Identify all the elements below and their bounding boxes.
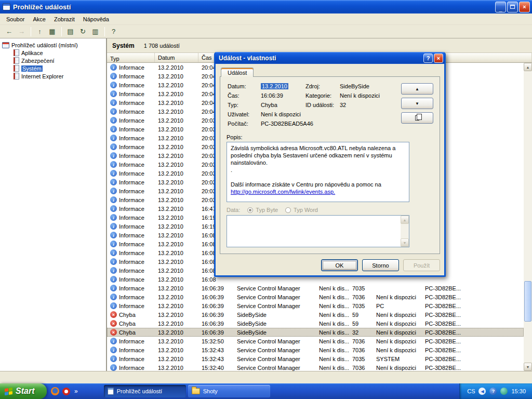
events-help-link[interactable]: http://go.microsoft.com/fwlink/events.as… [231, 189, 335, 195]
event-type: Informace [119, 162, 144, 168]
help-icon[interactable]: ? [108, 26, 119, 37]
word-radio-icon [285, 207, 291, 213]
tree-item-aplikace[interactable]: Aplikace [12, 49, 105, 57]
tray-help-icon[interactable]: ? [489, 388, 497, 395]
description-text: Závislá symbolická adresa Microsoft.vc80… [231, 144, 405, 166]
event-computer: PC-3D82BE... [422, 312, 524, 318]
event-user: Není k dispozici [373, 294, 422, 300]
up-level-icon[interactable]: ↑ [34, 26, 46, 37]
cancel-button[interactable]: Storno [362, 259, 399, 271]
computer-value: PC-3D82BEAD5A46 [261, 121, 313, 127]
maximize-button[interactable] [507, 2, 518, 12]
tree-item-internet-explorer[interactable]: Internet Explorer [12, 72, 105, 80]
event-date: 13.2.2010 [155, 232, 198, 238]
info-icon: i [110, 179, 117, 185]
scroll-down-icon[interactable]: ▼ [524, 363, 532, 371]
event-type: Informace [119, 206, 144, 212]
type-cell: iInformace [107, 214, 155, 221]
event-row[interactable]: iInformace13.2.201015:32:40Service Contr… [107, 363, 524, 371]
event-type: Informace [119, 153, 144, 159]
event-row[interactable]: iInformace13.2.201016:06:39Service Contr… [107, 292, 524, 301]
event-computer: PC-3D82BE... [422, 347, 524, 353]
info-icon: i [110, 267, 117, 274]
event-type: Informace [119, 294, 144, 300]
event-id: 7036 [349, 338, 373, 344]
event-date: 13.2.2010 [155, 109, 198, 115]
event-type: Informace [119, 197, 144, 203]
scrollbar-thumb[interactable] [524, 281, 531, 322]
properties-icon[interactable]: ▤ [64, 26, 76, 37]
export-list-icon[interactable]: ▥ [89, 26, 101, 37]
minimize-button[interactable]: _ [495, 2, 506, 12]
event-computer: PC-3D82BE... [422, 285, 524, 291]
system-tray: CS ◀ ? 15:30 [459, 383, 532, 399]
language-indicator[interactable]: CS [467, 388, 475, 394]
refresh-icon[interactable]: ↻ [77, 26, 89, 37]
window-titlebar: Prohlížeč událostí _ × [0, 0, 532, 14]
firefox-icon[interactable] [51, 387, 59, 395]
column-header-typ[interactable]: Typ [107, 53, 155, 62]
event-row[interactable]: iInformace13.2.201016:06:39Service Contr… [107, 284, 524, 292]
hide-icons-chevron[interactable]: ◀ [478, 388, 486, 395]
menu-zobrazit[interactable]: Zobrazit [50, 15, 79, 24]
forward-icon[interactable]: → [16, 26, 28, 37]
event-row[interactable]: iInformace13.2.201015:32:50Service Contr… [107, 337, 524, 345]
menu-napoveda[interactable]: Nápověda [79, 15, 113, 24]
tree-root[interactable]: Prohlížeč událostí (místní) [1, 42, 105, 49]
event-row[interactable]: ×Chyba13.2.201016:06:39SideBySideNení k … [107, 328, 524, 337]
tree-item-label: Aplikace [21, 50, 43, 56]
tree-item-system[interactable]: Systém [12, 64, 105, 72]
dialog-help-button[interactable]: ? [423, 54, 433, 63]
data-box[interactable]: ▲ ▼ [227, 215, 409, 247]
info-icon: i [110, 276, 117, 283]
dialog-title: Událost - vlastnosti [219, 55, 422, 62]
clock: 15:30 [511, 388, 526, 394]
apply-button[interactable]: Použít [403, 259, 440, 271]
event-row[interactable]: iInformace13.2.201015:32:43Service Contr… [107, 345, 524, 354]
back-icon[interactable]: ← [3, 26, 15, 37]
dialog-close-button[interactable]: × [434, 54, 443, 63]
info-icon: i [110, 232, 117, 238]
event-type: Informace [119, 347, 144, 353]
opera-icon[interactable] [62, 388, 70, 395]
event-type: Informace [119, 109, 144, 115]
previous-event-button[interactable]: ▲ [401, 83, 433, 95]
next-event-button[interactable]: ▼ [401, 98, 433, 109]
task-button-prohlizec-udalosti[interactable]: Prohlížeč událostí [104, 385, 186, 397]
menu-akce[interactable]: Akce [29, 15, 49, 24]
type-cell: iInformace [107, 143, 155, 150]
event-time: 15:32:43 [198, 347, 234, 353]
event-time: 16:06:39 [198, 312, 234, 318]
event-row[interactable]: iInformace13.2.201015:32:43Service Contr… [107, 354, 524, 363]
event-date: 13.2.2010 [155, 144, 198, 150]
menu-soubor[interactable]: Soubor [2, 15, 29, 24]
byte-radio[interactable]: Typ Byte [247, 207, 278, 213]
column-header-datum[interactable]: Datum [155, 53, 198, 62]
show-tree-icon[interactable]: ▦ [46, 26, 58, 37]
scroll-up-icon[interactable]: ▲ [524, 63, 532, 71]
time-label: Čas: [228, 92, 240, 99]
ok-button[interactable]: OK [321, 259, 358, 271]
tab-udalost[interactable]: Událost [221, 68, 254, 77]
copy-event-button[interactable] [401, 112, 433, 124]
event-id-value: 32 [340, 102, 346, 108]
event-type: Chyba [119, 329, 136, 336]
type-cell: iInformace [107, 170, 155, 177]
date-value[interactable]: 13.2.2010 [261, 83, 288, 89]
event-row[interactable]: ×Chyba13.2.201016:06:39SideBySideNení k … [107, 319, 524, 328]
quick-launch-expand-icon[interactable]: » [73, 388, 79, 395]
tray-status-icon[interactable] [500, 388, 508, 395]
close-button[interactable]: × [519, 2, 530, 12]
event-row[interactable]: iInformace13.2.201016:06:39Service Contr… [107, 301, 524, 310]
tree-item-zabezpeceni[interactable]: Zabezpečení [12, 57, 105, 64]
event-time: 16:06:39 [198, 303, 234, 309]
event-time: 15:32:40 [198, 365, 234, 371]
event-row[interactable]: ×Chyba13.2.201016:06:39SideBySideNení k … [107, 310, 524, 319]
event-type: Informace [119, 241, 144, 247]
toolbar-separator [104, 27, 105, 36]
task-button-shoty[interactable]: Shoty [188, 385, 270, 397]
vertical-scrollbar[interactable]: ▲ ▼ [524, 63, 532, 371]
word-radio[interactable]: Typ Word [285, 207, 318, 213]
description-box[interactable]: Závislá symbolická adresa Microsoft.vc80… [227, 142, 409, 202]
start-button[interactable]: Start [0, 383, 47, 399]
